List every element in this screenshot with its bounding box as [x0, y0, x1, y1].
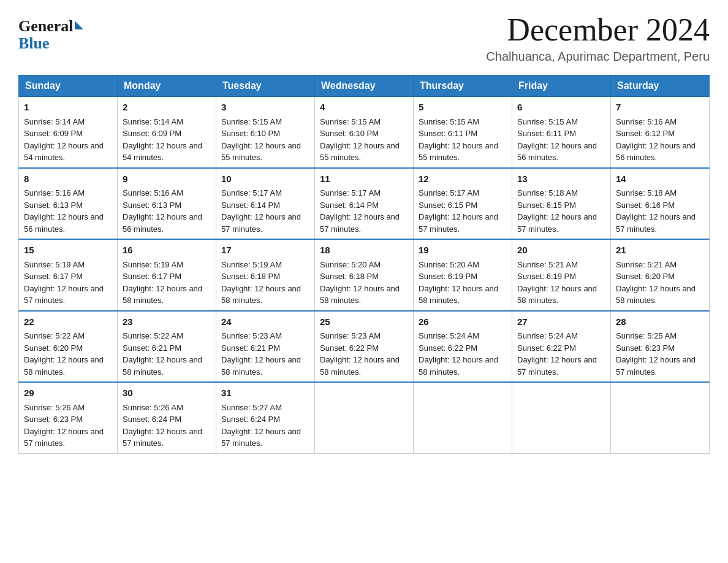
daylight-label: Daylight: 12 hours and 58 minutes. — [419, 355, 498, 377]
calendar-cell — [512, 382, 611, 453]
sunrise-label: Sunrise: 5:19 AM — [24, 260, 85, 269]
daylight-label: Daylight: 12 hours and 57 minutes. — [517, 355, 597, 377]
sunrise-label: Sunrise: 5:18 AM — [517, 188, 578, 197]
daylight-label: Daylight: 12 hours and 55 minutes. — [419, 141, 498, 163]
sunset-label: Sunset: 6:13 PM — [24, 201, 83, 210]
day-number: 10 — [221, 172, 309, 186]
sunrise-label: Sunrise: 5:14 AM — [123, 117, 183, 126]
sunrise-label: Sunrise: 5:26 AM — [123, 403, 183, 412]
daylight-label: Daylight: 12 hours and 55 minutes. — [221, 141, 301, 163]
day-number: 17 — [221, 243, 309, 258]
calendar-cell: 1 Sunrise: 5:14 AM Sunset: 6:09 PM Dayli… — [19, 97, 118, 168]
calendar-cell: 3 Sunrise: 5:15 AM Sunset: 6:10 PM Dayli… — [216, 97, 315, 168]
calendar-cell: 18 Sunrise: 5:20 AM Sunset: 6:18 PM Dayl… — [315, 239, 414, 311]
sunrise-label: Sunrise: 5:15 AM — [221, 117, 282, 126]
sunset-label: Sunset: 6:17 PM — [123, 272, 181, 281]
sunrise-label: Sunrise: 5:18 AM — [616, 188, 677, 197]
week-row-1: 1 Sunrise: 5:14 AM Sunset: 6:09 PM Dayli… — [19, 97, 710, 168]
sunset-label: Sunset: 6:17 PM — [24, 272, 83, 281]
sunrise-label: Sunrise: 5:22 AM — [24, 331, 85, 340]
daylight-label: Daylight: 12 hours and 57 minutes. — [616, 212, 696, 234]
logo-general: General — [18, 17, 74, 35]
calendar-cell: 20 Sunrise: 5:21 AM Sunset: 6:19 PM Dayl… — [512, 239, 611, 311]
day-number: 28 — [616, 315, 704, 329]
daylight-label: Daylight: 12 hours and 56 minutes. — [123, 212, 202, 234]
calendar-cell: 27 Sunrise: 5:24 AM Sunset: 6:22 PM Dayl… — [512, 311, 611, 383]
day-number: 24 — [221, 315, 309, 329]
daylight-label: Daylight: 12 hours and 58 minutes. — [320, 355, 400, 377]
sunset-label: Sunset: 6:12 PM — [616, 129, 675, 138]
daylight-label: Daylight: 12 hours and 57 minutes. — [123, 427, 202, 448]
sunrise-label: Sunrise: 5:25 AM — [616, 331, 677, 340]
day-number: 16 — [123, 243, 211, 258]
sunrise-label: Sunrise: 5:21 AM — [616, 260, 677, 269]
daylight-label: Daylight: 12 hours and 57 minutes. — [221, 427, 301, 448]
daylight-label: Daylight: 12 hours and 58 minutes. — [616, 284, 696, 305]
daylight-label: Daylight: 12 hours and 58 minutes. — [221, 355, 301, 377]
sunrise-label: Sunrise: 5:16 AM — [123, 188, 183, 197]
calendar-cell: 29 Sunrise: 5:26 AM Sunset: 6:23 PM Dayl… — [19, 382, 118, 453]
sunrise-label: Sunrise: 5:23 AM — [320, 331, 381, 340]
daylight-label: Daylight: 12 hours and 58 minutes. — [123, 355, 202, 377]
daylight-label: Daylight: 12 hours and 57 minutes. — [419, 212, 498, 234]
day-number: 21 — [616, 243, 704, 258]
sunset-label: Sunset: 6:14 PM — [320, 201, 379, 210]
page-header: General Blue December 2024 Chalhuanca, A… — [18, 12, 710, 64]
sunset-label: Sunset: 6:23 PM — [616, 343, 675, 353]
sunrise-label: Sunrise: 5:15 AM — [517, 117, 578, 126]
calendar-cell: 19 Sunrise: 5:20 AM Sunset: 6:19 PM Dayl… — [414, 239, 512, 311]
daylight-label: Daylight: 12 hours and 56 minutes. — [616, 141, 696, 163]
day-number: 30 — [123, 386, 211, 400]
sunset-label: Sunset: 6:22 PM — [320, 343, 379, 353]
week-row-2: 8 Sunrise: 5:16 AM Sunset: 6:13 PM Dayli… — [19, 168, 710, 240]
calendar-cell — [611, 382, 710, 453]
sunset-label: Sunset: 6:19 PM — [517, 272, 576, 281]
sunset-label: Sunset: 6:11 PM — [517, 129, 576, 138]
sunset-label: Sunset: 6:18 PM — [320, 272, 379, 281]
sunrise-label: Sunrise: 5:15 AM — [320, 117, 381, 126]
title-section: December 2024 Chalhuanca, Apurimac Depar… — [486, 12, 710, 64]
sunset-label: Sunset: 6:21 PM — [221, 343, 280, 353]
calendar-cell: 2 Sunrise: 5:14 AM Sunset: 6:09 PM Dayli… — [118, 97, 216, 168]
sunrise-label: Sunrise: 5:22 AM — [123, 331, 183, 340]
daylight-label: Daylight: 12 hours and 56 minutes. — [24, 212, 104, 234]
daylight-label: Daylight: 12 hours and 58 minutes. — [517, 284, 597, 305]
daylight-label: Daylight: 12 hours and 58 minutes. — [221, 284, 301, 305]
calendar-cell: 17 Sunrise: 5:19 AM Sunset: 6:18 PM Dayl… — [216, 239, 315, 311]
sunset-label: Sunset: 6:20 PM — [616, 272, 675, 281]
daylight-label: Daylight: 12 hours and 58 minutes. — [320, 284, 400, 305]
sunset-label: Sunset: 6:20 PM — [24, 343, 83, 353]
sunrise-label: Sunrise: 5:27 AM — [221, 403, 282, 412]
sunset-label: Sunset: 6:09 PM — [24, 129, 83, 138]
logo-arrow-icon — [75, 21, 83, 29]
day-number: 13 — [517, 172, 605, 186]
calendar-cell — [315, 382, 414, 453]
week-row-5: 29 Sunrise: 5:26 AM Sunset: 6:23 PM Dayl… — [19, 382, 710, 453]
sunrise-label: Sunrise: 5:17 AM — [221, 188, 282, 197]
sunset-label: Sunset: 6:22 PM — [419, 343, 477, 353]
week-row-4: 22 Sunrise: 5:22 AM Sunset: 6:20 PM Dayl… — [19, 311, 710, 383]
calendar-cell: 22 Sunrise: 5:22 AM Sunset: 6:20 PM Dayl… — [19, 311, 118, 383]
day-number: 5 — [419, 101, 507, 115]
sunset-label: Sunset: 6:22 PM — [517, 343, 576, 353]
daylight-label: Daylight: 12 hours and 54 minutes. — [24, 141, 104, 163]
sunset-label: Sunset: 6:10 PM — [320, 129, 379, 138]
sunset-label: Sunset: 6:13 PM — [123, 201, 181, 210]
sunset-label: Sunset: 6:14 PM — [221, 201, 280, 210]
daylight-label: Daylight: 12 hours and 57 minutes. — [517, 212, 597, 234]
daylight-label: Daylight: 12 hours and 58 minutes. — [24, 355, 104, 377]
daylight-label: Daylight: 12 hours and 58 minutes. — [123, 284, 202, 305]
sunrise-label: Sunrise: 5:16 AM — [24, 188, 85, 197]
day-number: 12 — [419, 172, 507, 186]
day-number: 9 — [123, 172, 211, 186]
sunrise-label: Sunrise: 5:24 AM — [517, 331, 578, 340]
sunset-label: Sunset: 6:21 PM — [123, 343, 181, 353]
day-number: 18 — [320, 243, 408, 258]
daylight-label: Daylight: 12 hours and 55 minutes. — [320, 141, 400, 163]
sunset-label: Sunset: 6:19 PM — [419, 272, 477, 281]
day-number: 6 — [517, 101, 605, 115]
day-number: 11 — [320, 172, 408, 186]
logo: General Blue — [18, 17, 83, 53]
sunset-label: Sunset: 6:15 PM — [517, 201, 576, 210]
daylight-label: Daylight: 12 hours and 54 minutes. — [123, 141, 202, 163]
